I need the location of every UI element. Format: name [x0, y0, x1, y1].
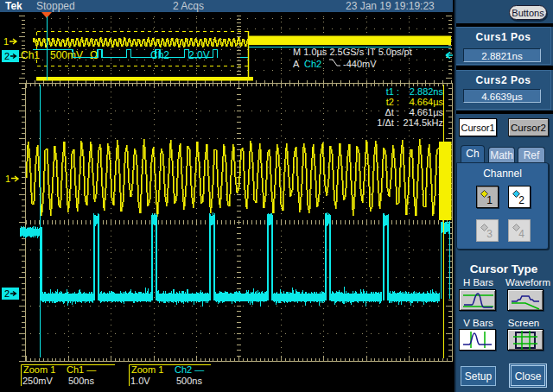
svg-text:1: 1 [5, 174, 10, 184]
svg-text:500ns: 500ns [68, 376, 94, 386]
svg-text:IT 5.0ps/pt: IT 5.0ps/pt [367, 47, 412, 57]
svg-text:Ch2 —: Ch2 — [175, 364, 204, 375]
svg-text:500mV: 500mV [50, 49, 83, 61]
svg-text:23 Jan 19 19:19:23: 23 Jan 19 19:19:23 [346, 0, 435, 12]
svg-text:Δt :: Δt : [385, 107, 399, 117]
svg-text:500ns: 500ns [176, 376, 202, 386]
svg-text:-440mV: -440mV [343, 59, 377, 69]
svg-text:t1 :: t1 : [386, 86, 399, 97]
svg-text:2.882ns: 2.882ns [410, 86, 444, 97]
svg-text:2: 2 [4, 51, 10, 61]
svg-text:Zoom 1: Zoom 1 [131, 364, 163, 375]
svg-text:2: 2 [4, 288, 10, 299]
svg-text:Tek: Tek [5, 0, 22, 12]
svg-text:214.5kHz: 214.5kHz [404, 117, 443, 128]
svg-text:Ω: Ω [90, 49, 98, 61]
svg-text:1: 1 [3, 36, 9, 47]
svg-text:Ch1: Ch1 [21, 49, 40, 61]
svg-text:2 Acqs: 2 Acqs [173, 0, 204, 12]
svg-text:250mV: 250mV [22, 376, 54, 386]
svg-text:A: A [293, 59, 300, 69]
svg-text:4.664µs: 4.664µs [410, 97, 444, 107]
svg-text:4.661µs: 4.661µs [410, 107, 444, 117]
svg-text:1/Δt :: 1/Δt : [377, 117, 399, 128]
svg-text:Ch1 —: Ch1 — [67, 364, 96, 375]
svg-text:Ch2: Ch2 [304, 59, 321, 69]
svg-text:Zoom 1: Zoom 1 [23, 364, 55, 375]
svg-text:2.0V: 2.0V [188, 49, 210, 61]
svg-text:M 1.0µs 2.5GS/s: M 1.0µs 2.5GS/s [293, 47, 365, 57]
svg-text:1.0V: 1.0V [130, 376, 150, 386]
svg-text:t2 :: t2 : [386, 97, 399, 107]
svg-text:Stopped: Stopped [36, 0, 75, 12]
